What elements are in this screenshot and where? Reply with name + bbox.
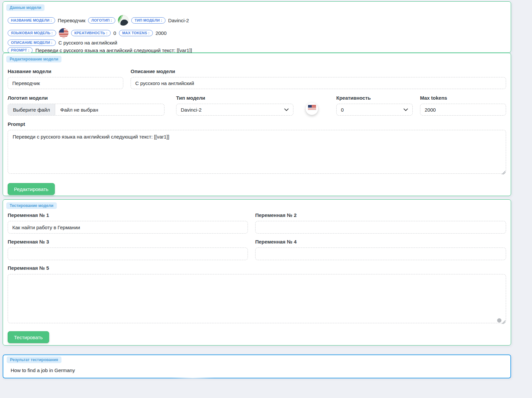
test-variables-grid: Переменная № 1 Переменная № 2 Переменная… xyxy=(8,213,506,260)
model-type-select-value: Davinci-2 xyxy=(181,107,202,113)
max-tokens-value: 2000 xyxy=(156,30,166,36)
model-name-label: Название модели xyxy=(8,69,123,74)
var4-label: Переменная № 4 xyxy=(255,239,506,245)
panel-tag-model-test: Тестирование модели xyxy=(6,202,57,209)
model-description-label: Описание модели xyxy=(131,69,506,74)
edit-submit-button[interactable]: Редактировать xyxy=(8,183,55,195)
max-tokens-field-group: Max tokens xyxy=(420,95,506,116)
var5-textarea-wrap xyxy=(8,274,506,325)
var2-input[interactable] xyxy=(255,221,506,234)
choose-file-button[interactable]: Выберите файл xyxy=(8,104,55,115)
model-type-field-group: Тип модели Davinci-2 xyxy=(176,95,293,116)
var5-label: Переменная № 5 xyxy=(8,265,506,271)
prompt-label: Prompt xyxy=(8,122,506,127)
var5-textarea[interactable] xyxy=(8,274,506,323)
var1-input[interactable] xyxy=(8,221,248,234)
description-value: С русского на английский xyxy=(58,40,117,46)
model-edit-panel: Редактирование модели Название модели Оп… xyxy=(3,53,511,196)
creativity-value: 0 xyxy=(113,30,116,36)
creativity-select[interactable]: 0 xyxy=(336,104,413,116)
var4-field-group: Переменная № 4 xyxy=(255,239,506,260)
creativity-field-group: Креативность 0 xyxy=(336,95,413,116)
selected-language-flag-bubble xyxy=(306,103,318,115)
test-result-text: How to find a job in Germany xyxy=(11,367,506,373)
model-name-badge: НАЗВАНИЕ МОДЕЛИ : xyxy=(8,17,55,24)
chevron-down-icon xyxy=(403,108,408,111)
max-tokens-label: Max tokens xyxy=(420,95,506,101)
var4-input[interactable] xyxy=(255,248,506,260)
model-description-input[interactable] xyxy=(131,77,506,89)
panel-tag-model-edit: Редактирование модели xyxy=(6,56,61,62)
model-data-rows: НАЗВАНИЕ МОДЕЛИ : Переводчик ЛОГОТИП : Т… xyxy=(8,15,506,53)
var2-field-group: Переменная № 2 xyxy=(255,213,506,234)
model-name-input[interactable] xyxy=(8,77,123,89)
drag-dot-indicator xyxy=(497,318,501,323)
creativity-badge: КРЕАТИВНОСТЬ : xyxy=(71,30,111,36)
model-data-row-1: НАЗВАНИЕ МОДЕЛИ : Переводчик ЛОГОТИП : Т… xyxy=(8,15,506,26)
model-name-value: Переводчик xyxy=(58,18,85,23)
prompt-textarea-wrap: Переведи с русского языка на английский … xyxy=(8,130,506,175)
us-flag-canton xyxy=(308,105,312,108)
var3-label: Переменная № 3 xyxy=(8,239,248,245)
model-data-row-2: ЯЗЫКОВАЯ МОДЕЛЬ : КРЕАТИВНОСТЬ : 0 MAX T… xyxy=(8,28,506,38)
border-highlight-artifact xyxy=(171,377,214,378)
edit-row-logo-type-params: Логотип модели Выберите файл Файл не выб… xyxy=(8,95,506,116)
model-data-row-3: ОПИСАНИЕ МОДЕЛИ : С русского на английск… xyxy=(8,40,506,46)
prompt-textarea[interactable]: Переведи с русского языка на английский … xyxy=(8,130,506,174)
us-flag-icon xyxy=(308,105,316,110)
max-tokens-input[interactable] xyxy=(420,104,506,116)
test-result-panel: Результат тестирования How to find a job… xyxy=(3,354,511,378)
model-test-panel: Тестирование модели Переменная № 1 Перем… xyxy=(3,199,511,346)
description-badge: ОПИСАНИЕ МОДЕЛИ : xyxy=(8,40,56,46)
creativity-select-value: 0 xyxy=(341,107,344,113)
max-tokens-badge: MAX TOKENS : xyxy=(119,30,153,36)
us-flag-canton xyxy=(59,28,64,33)
model-data-panel: Данные модели НАЗВАНИЕ МОДЕЛИ : Переводч… xyxy=(3,1,511,53)
model-type-value: Davinci-2 xyxy=(168,18,189,23)
model-logo-label: Логотип модели xyxy=(8,95,164,101)
panel-tag-model-data: Данные модели xyxy=(6,4,45,11)
language-model-badge: ЯЗЫКОВАЯ МОДЕЛЬ : xyxy=(8,30,56,36)
us-flag-icon xyxy=(59,28,68,38)
logo-file-input[interactable]: Выберите файл Файл не выбран xyxy=(8,104,164,116)
chevron-down-icon xyxy=(284,108,289,111)
panel-tag-test-result: Результат тестирования xyxy=(7,356,61,363)
model-name-field-group: Название модели xyxy=(8,69,123,89)
prompt-value: Переведи с русского языка на английский … xyxy=(35,48,192,53)
var3-field-group: Переменная № 3 xyxy=(8,239,248,260)
file-status-text: Файл не выбран xyxy=(55,107,98,113)
model-logo-field-group: Логотип модели Выберите файл Файл не выб… xyxy=(8,95,164,116)
logo-badge: ЛОГОТИП : xyxy=(88,17,115,24)
var3-input[interactable] xyxy=(8,248,248,260)
model-description-field-group: Описание модели xyxy=(131,69,506,89)
model-type-badge: ТИП МОДЕЛИ : xyxy=(131,17,165,24)
model-type-select[interactable]: Davinci-2 xyxy=(176,104,293,116)
resize-handle-icon[interactable] xyxy=(502,171,505,174)
creativity-label: Креативность xyxy=(336,95,413,101)
var2-label: Переменная № 2 xyxy=(255,213,506,218)
resize-handle-icon[interactable] xyxy=(502,320,505,324)
model-logo-avatar xyxy=(118,15,129,26)
test-submit-button[interactable]: Тестировать xyxy=(8,331,49,343)
var1-field-group: Переменная № 1 xyxy=(8,213,248,234)
edit-row-name-description: Название модели Описание модели xyxy=(8,69,506,89)
var1-label: Переменная № 1 xyxy=(8,213,248,218)
model-type-label: Тип модели xyxy=(176,95,293,101)
